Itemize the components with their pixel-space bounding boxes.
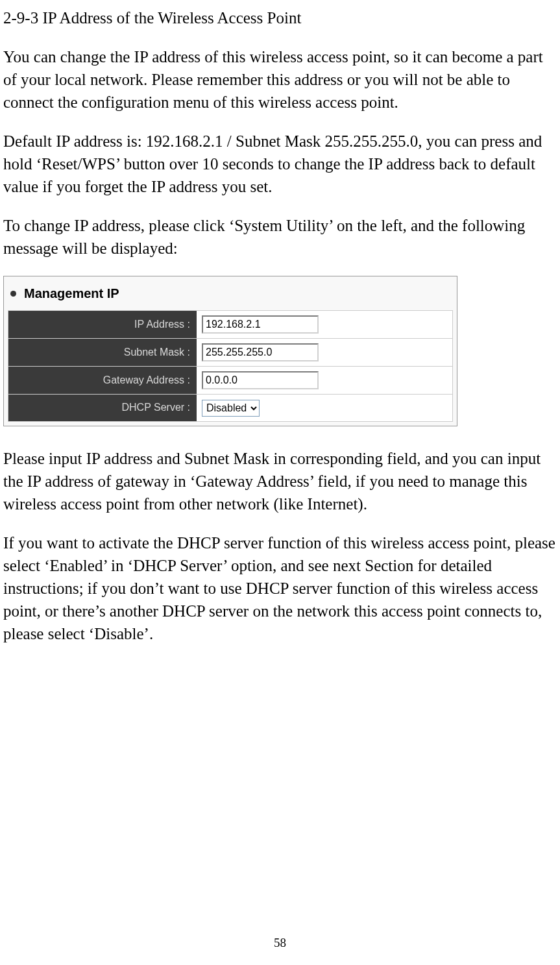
bullet-icon <box>10 291 16 297</box>
value-cell-gateway <box>197 367 452 394</box>
row-dhcp-server: DHCP Server : Disabled <box>8 394 453 422</box>
gateway-address-input[interactable] <box>202 371 319 389</box>
paragraph-intro: You can change the IP address of this wi… <box>3 45 557 114</box>
row-subnet-mask: Subnet Mask : <box>8 338 453 366</box>
label-subnet-mask: Subnet Mask : <box>8 339 197 366</box>
row-gateway-address: Gateway Address : <box>8 366 453 394</box>
panel-header: Management IP <box>8 280 453 310</box>
paragraph-default-ip: Default IP address is: 192.168.2.1 / Sub… <box>3 130 557 198</box>
subnet-mask-input[interactable] <box>202 343 319 361</box>
paragraph-input-instruction: Please input IP address and Subnet Mask … <box>3 447 557 515</box>
row-ip-address: IP Address : <box>8 310 453 338</box>
panel-title: Management IP <box>24 284 119 302</box>
label-dhcp-server: DHCP Server : <box>8 395 197 421</box>
dhcp-server-select[interactable]: Disabled <box>202 400 260 417</box>
label-ip-address: IP Address : <box>8 311 197 338</box>
section-heading: 2-9-3 IP Address of the Wireless Access … <box>3 6 557 29</box>
paragraph-instruction: To change IP address, please click ‘Syst… <box>3 214 557 260</box>
value-cell-subnet <box>197 339 452 366</box>
label-gateway-address: Gateway Address : <box>8 367 197 394</box>
value-cell-ip <box>197 311 452 338</box>
page-number: 58 <box>274 934 286 952</box>
value-cell-dhcp: Disabled <box>197 395 452 421</box>
paragraph-dhcp-instruction: If you want to activate the DHCP server … <box>3 531 557 645</box>
management-ip-panel: Management IP IP Address : Subnet Mask :… <box>3 276 457 426</box>
ip-address-input[interactable] <box>202 315 319 334</box>
